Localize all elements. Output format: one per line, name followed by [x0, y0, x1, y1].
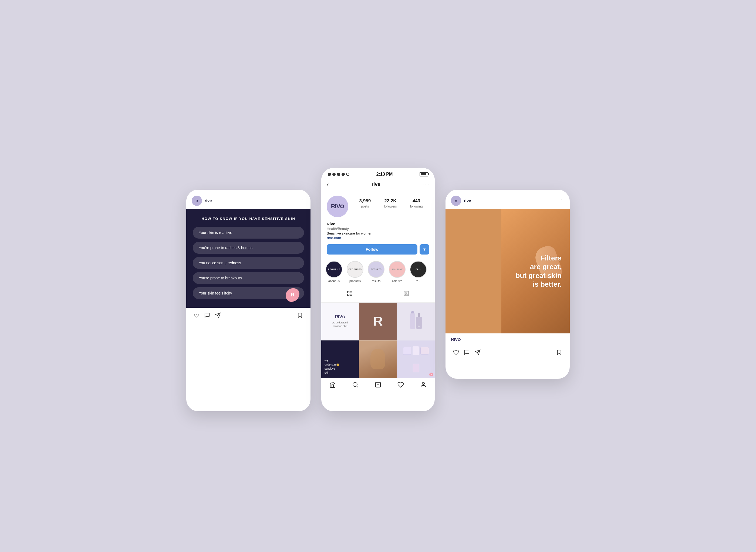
add-post-button[interactable] — [375, 382, 381, 390]
status-bar: 2:13 PM — [321, 168, 435, 179]
followers-label: followers — [384, 204, 397, 208]
face-post — [359, 340, 397, 378]
profile-nav-button[interactable] — [420, 382, 427, 390]
product-bottles: rive — [410, 313, 422, 329]
highlight-about[interactable]: about us about us — [326, 261, 342, 283]
grid-post-4[interactable]: weunderstan⬤sensitiveskin — [321, 340, 359, 378]
grid-post-3[interactable]: rive — [397, 303, 435, 340]
share-button[interactable] — [215, 312, 221, 320]
highlight-results[interactable]: results results — [368, 261, 384, 283]
product-boxes: R — [397, 340, 435, 378]
right-comment-button[interactable] — [464, 350, 470, 357]
bio-category: Health/Beauty — [327, 227, 429, 231]
username: rive — [205, 198, 297, 203]
right-footer-icons — [453, 350, 481, 357]
ig-nav: ‹ rive ··· — [321, 179, 435, 191]
right-options-icon[interactable]: ⋮ — [559, 197, 564, 204]
dot3 — [337, 173, 340, 176]
highlight-results-circle: results — [368, 261, 384, 278]
bio-description: Sensitive skincare for women — [327, 231, 429, 235]
follow-button[interactable]: Follow — [327, 244, 417, 255]
bookmark-button[interactable] — [297, 312, 303, 320]
skin-item-5[interactable]: Your skin feels itchy R — [193, 287, 304, 299]
right-phone-footer — [445, 345, 570, 361]
grid-post-1[interactable]: RIV we understandsensitive skin — [321, 303, 359, 340]
highlight-about-circle: about us — [326, 261, 342, 278]
svg-rect-2 — [348, 291, 349, 293]
left-phone: R rive ⋮ HOW TO KNOW IF YOU HAVE SENSITI… — [186, 190, 311, 411]
profile-bio: Rive Health/Beauty Sensitive skincare fo… — [321, 221, 435, 242]
home-button[interactable] — [329, 382, 336, 390]
highlight-results-label: results — [372, 279, 380, 283]
dot5 — [346, 173, 349, 176]
action-icons: ♡ — [194, 312, 221, 320]
right-phone: R rive ⋮ Filtersare great,but great skin… — [445, 190, 570, 379]
follow-row: Follow ▾ — [321, 242, 435, 258]
like-button[interactable]: ♡ — [194, 313, 199, 320]
scene: R rive ⋮ HOW TO KNOW IF YOU HAVE SENSITI… — [186, 141, 570, 411]
post-content: HOW TO KNOW IF YOU HAVE SENSITIVE SKIN Y… — [186, 209, 311, 308]
highlight-askrive-label: ask rive — [392, 279, 402, 283]
post-footer: ♡ — [186, 308, 311, 324]
center-phone: 2:13 PM ‹ rive ··· RIV 3,959 posts — [321, 168, 435, 411]
skin-item-4[interactable]: You're prone to breakouts — [193, 272, 304, 284]
post-title: HOW TO KNOW IF YOU HAVE SENSITIVE SKIN — [193, 217, 304, 221]
following-label: following — [410, 204, 423, 208]
logo-e-circle — [340, 204, 344, 208]
highlight-more-circle: fa... — [410, 261, 427, 278]
right-share-button[interactable] — [475, 350, 481, 357]
grid-post-2[interactable]: R — [359, 303, 397, 340]
grid-tab-posts[interactable] — [336, 288, 363, 300]
grid-post-5[interactable] — [359, 340, 397, 378]
svg-point-13 — [422, 382, 424, 385]
stat-followers: 22.2K followers — [384, 198, 397, 209]
highlight-askrive[interactable]: ask rive ask rive — [389, 261, 405, 283]
skin-item-2[interactable]: You're prone to rashes & bumps — [193, 242, 304, 254]
profile-title: rive — [372, 181, 380, 187]
grid-tab-tagged[interactable] — [393, 288, 420, 300]
posts-label: posts — [361, 204, 369, 208]
highlight-more[interactable]: fa... fa... — [410, 261, 427, 283]
dot4 — [342, 173, 345, 176]
following-count: 443 — [410, 198, 423, 204]
search-nav-button[interactable] — [352, 382, 359, 390]
back-button[interactable]: ‹ — [327, 181, 329, 188]
stat-following: 443 following — [410, 198, 423, 209]
heart-nav-button[interactable] — [397, 382, 404, 390]
comment-button[interactable] — [204, 312, 210, 320]
right-username: rive — [464, 198, 556, 203]
right-like-button[interactable] — [453, 350, 459, 357]
right-bookmark-button[interactable] — [556, 350, 562, 357]
svg-rect-4 — [348, 294, 349, 295]
skin-item-1[interactable]: Your skin is reactive — [193, 227, 304, 239]
options-icon[interactable]: ⋮ — [300, 197, 305, 204]
overlay-text: Filtersare great,but great skinis better… — [516, 254, 562, 289]
stats-grid: 3,959 posts 22.2K followers 443 followin… — [353, 198, 429, 209]
grid-post-6[interactable]: R — [397, 340, 435, 378]
post1-logo: RIV — [335, 314, 345, 319]
bio-name: Rive — [327, 222, 429, 226]
followers-count: 22.2K — [384, 198, 397, 204]
more-options-button[interactable]: ··· — [423, 181, 429, 187]
right-phone-header: R rive ⋮ — [445, 190, 570, 209]
skin-item-3[interactable]: You notice some redness — [193, 257, 304, 269]
left-phone-header: R rive ⋮ — [186, 190, 311, 209]
svg-line-9 — [357, 386, 358, 387]
signal-icon — [328, 173, 349, 176]
grid-tabs — [321, 286, 435, 303]
right-post-footer-bar: RIV — [445, 333, 570, 345]
bio-link[interactable]: rive.com — [327, 236, 429, 240]
right-post-image: Filtersare great,but great skinis better… — [445, 209, 570, 333]
post4-text: weunderstan⬤sensitiveskin — [325, 359, 339, 375]
follow-dropdown-button[interactable]: ▾ — [420, 244, 429, 255]
highlight-askrive-circle: ask rive — [389, 261, 405, 278]
highlight-more-label: fa... — [416, 279, 421, 283]
status-time: 2:13 PM — [376, 172, 393, 177]
right-avatar: R — [451, 195, 461, 206]
stat-posts: 3,959 posts — [359, 198, 371, 209]
svg-point-8 — [353, 382, 357, 387]
bottom-nav — [321, 378, 435, 394]
battery-fill — [421, 173, 426, 175]
highlight-products[interactable]: products products — [347, 261, 363, 283]
profile-stats: RIV 3,959 posts 22.2K followers 443 foll… — [321, 191, 435, 221]
